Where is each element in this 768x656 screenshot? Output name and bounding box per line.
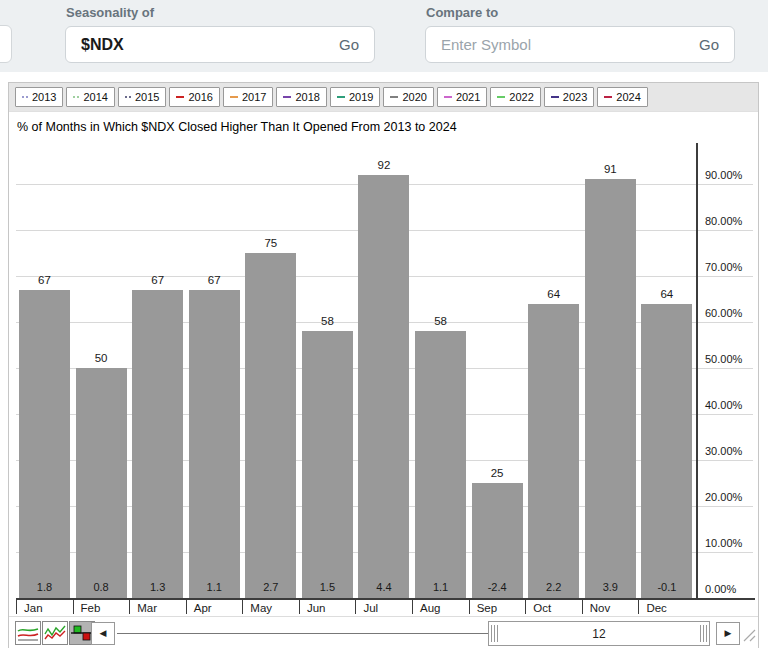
- legend-year-label: 2021: [456, 91, 480, 103]
- bar-bottom-value-label: 1.1: [415, 581, 466, 593]
- x-axis-month-label: Mar: [137, 602, 157, 614]
- clipped-input-edge: [0, 25, 12, 63]
- legend-year-label: 2022: [509, 91, 533, 103]
- year-2013-marker-icon: [22, 96, 28, 98]
- year-2015-marker-icon: [125, 96, 131, 98]
- month-boundary-tick: [73, 600, 74, 614]
- gridline-20.00%: [16, 506, 753, 507]
- seasonality-go-button[interactable]: Go: [339, 36, 359, 53]
- legend-year-2023[interactable]: 2023: [544, 87, 594, 107]
- seasonality-symbol-input[interactable]: $NDX Go: [65, 26, 375, 63]
- y-axis-tick-label: 70.00%: [705, 261, 742, 273]
- legend-year-2018[interactable]: 2018: [276, 87, 326, 107]
- scroll-right-button[interactable]: ▶: [716, 622, 740, 645]
- bar-value-label: 58: [302, 315, 353, 327]
- y-axis-tick-label: 50.00%: [705, 353, 742, 365]
- year-2016-marker-icon: [176, 96, 184, 98]
- bar-bottom-value-label: 1.3: [132, 581, 183, 593]
- year-2022-marker-icon: [497, 96, 505, 98]
- legend-year-2015[interactable]: 2015: [118, 87, 166, 107]
- x-axis-month-label: Jan: [24, 602, 43, 614]
- legend-year-label: 2015: [135, 91, 159, 103]
- x-axis-month-label: Oct: [533, 602, 551, 614]
- compare-symbol-input[interactable]: Enter Symbol Go: [425, 26, 735, 63]
- x-axis-month-label: Nov: [590, 602, 610, 614]
- bar-Jun: [302, 331, 353, 598]
- bar-value-label: 50: [76, 352, 127, 364]
- gridline-10.00%: [16, 552, 753, 553]
- gridline-60.00%: [16, 322, 753, 323]
- bar-bottom-value-label: 2.2: [528, 581, 579, 593]
- bar-Dec: [641, 304, 692, 598]
- legend-year-2014[interactable]: 2014: [66, 87, 114, 107]
- x-axis-month-label: May: [250, 602, 272, 614]
- legend-year-2024[interactable]: 2024: [597, 87, 647, 107]
- bar-Feb: [76, 368, 127, 598]
- bar-Jul: [358, 175, 409, 598]
- gridline-80.00%: [16, 230, 753, 231]
- bar-bottom-value-label: 2.7: [245, 581, 296, 593]
- y-axis-tick-label: 40.00%: [705, 399, 742, 411]
- y-axis-tick-label: 80.00%: [705, 215, 742, 227]
- legend-year-2021[interactable]: 2021: [437, 87, 487, 107]
- cumulative-chart-type-button[interactable]: [42, 621, 68, 645]
- line-chart-type-button[interactable]: [15, 621, 41, 645]
- bar-Sep: [472, 483, 523, 598]
- thumb-grip-right: [700, 625, 707, 642]
- bar-Oct: [528, 304, 579, 598]
- bar-Aug: [415, 331, 466, 598]
- seasonality-of-label: Seasonality of: [66, 5, 154, 20]
- month-boundary-tick: [242, 600, 243, 614]
- scroll-left-button[interactable]: ◀: [91, 622, 115, 645]
- legend-year-2017[interactable]: 2017: [223, 87, 273, 107]
- scrollbar-thumb-value: 12: [592, 627, 605, 641]
- bar-Mar: [132, 290, 183, 598]
- month-boundary-tick: [16, 600, 17, 614]
- compare-to-label: Compare to: [426, 5, 498, 20]
- resize-grip-icon[interactable]: [741, 627, 756, 642]
- legend-year-label: 2023: [563, 91, 587, 103]
- gridline-40.00%: [16, 414, 753, 415]
- bar-value-label: 67: [189, 274, 240, 286]
- cumulative-chart-icon: [44, 624, 66, 642]
- line-chart-icon: [17, 624, 39, 642]
- y-axis-line: [696, 143, 698, 600]
- y-axis-tick-label: 0.00%: [705, 583, 736, 595]
- legend-year-label: 2018: [295, 91, 319, 103]
- left-arrow-icon: ◀: [100, 628, 107, 638]
- x-axis-month-label: Jul: [363, 602, 378, 614]
- y-axis-tick-label: 30.00%: [705, 445, 742, 457]
- legend-year-2022[interactable]: 2022: [490, 87, 540, 107]
- year-2018-marker-icon: [283, 96, 291, 98]
- month-boundary-tick: [469, 600, 470, 614]
- seasonality-bars-icon: [71, 624, 93, 642]
- legend-year-2016[interactable]: 2016: [169, 87, 219, 107]
- bar-value-label: 67: [132, 274, 183, 286]
- y-axis-tick-label: 60.00%: [705, 307, 742, 319]
- month-boundary-tick: [638, 600, 639, 614]
- month-boundary-tick: [582, 600, 583, 614]
- bar-Nov: [585, 179, 636, 598]
- year-2017-marker-icon: [230, 96, 238, 98]
- legend-year-label: 2014: [83, 91, 107, 103]
- legend-year-2020[interactable]: 2020: [383, 87, 433, 107]
- legend-year-2013[interactable]: 2013: [15, 87, 63, 107]
- month-boundary-tick: [129, 600, 130, 614]
- bar-value-label: 25: [472, 467, 523, 479]
- bar-value-label: 58: [415, 315, 466, 327]
- compare-go-button[interactable]: Go: [699, 36, 719, 53]
- legend-year-2019[interactable]: 2019: [330, 87, 380, 107]
- bar-bottom-value-label: 1.5: [302, 581, 353, 593]
- x-axis-baseline: [16, 598, 755, 600]
- bar-value-label: 75: [245, 237, 296, 249]
- bar-bottom-value-label: 1.8: [19, 581, 70, 593]
- y-axis-tick-label: 20.00%: [705, 491, 742, 503]
- gridline-70.00%: [16, 276, 753, 277]
- x-axis-month-label: Aug: [420, 602, 440, 614]
- legend-year-label: 2013: [32, 91, 56, 103]
- scrollbar-thumb[interactable]: 12: [488, 621, 710, 646]
- x-axis-month-label: Dec: [646, 602, 666, 614]
- scrollbar-track[interactable]: [117, 633, 488, 634]
- y-axis-tick-label: 10.00%: [705, 537, 742, 549]
- bar-value-label: 64: [641, 288, 692, 300]
